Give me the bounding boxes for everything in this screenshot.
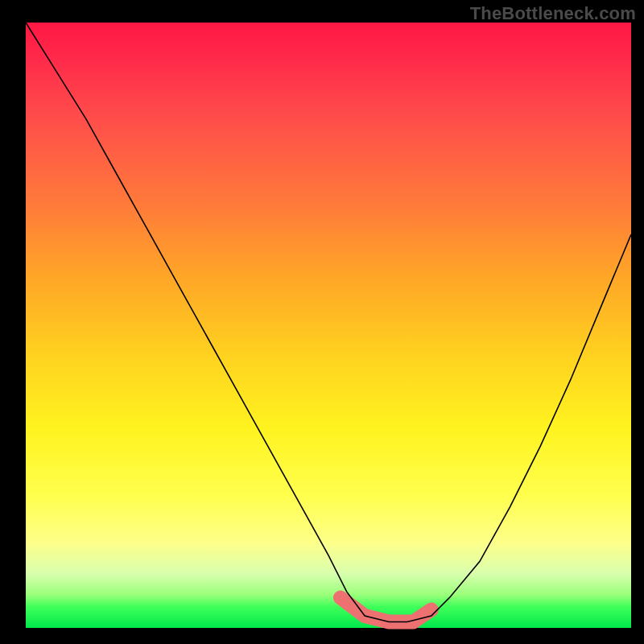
curve-layer xyxy=(26,23,631,628)
plot-area xyxy=(26,23,631,628)
watermark-text: TheBottleneck.com xyxy=(470,3,636,24)
bottleneck-curve xyxy=(26,23,631,622)
chart-frame: TheBottleneck.com xyxy=(0,0,644,644)
